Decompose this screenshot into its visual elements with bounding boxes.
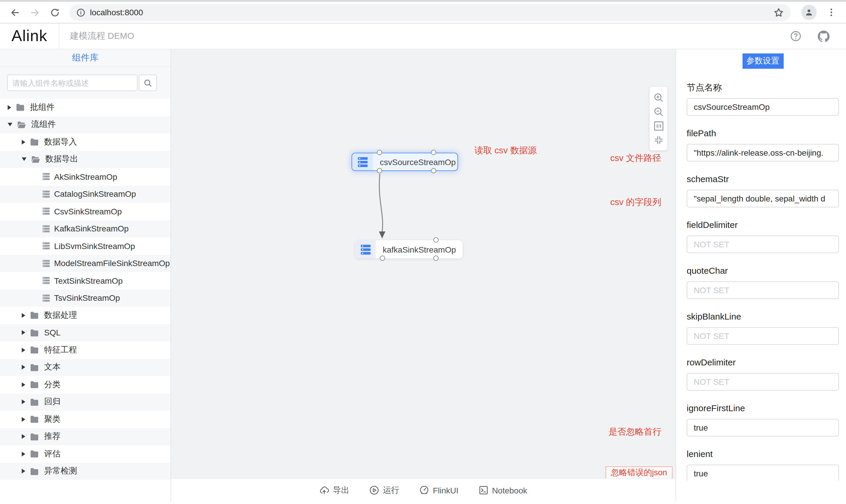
param-input[interactable]	[687, 144, 839, 162]
url-text[interactable]: localhost:8000	[90, 7, 774, 17]
param-input[interactable]	[687, 98, 839, 116]
tree-item[interactable]: LibSvmSinkStreamOp	[0, 237, 171, 255]
site-info-icon[interactable]	[76, 8, 85, 17]
tree-item[interactable]: 流组件	[0, 116, 171, 133]
tree-item-label: SQL	[44, 328, 61, 338]
browser-back-button[interactable]	[7, 5, 22, 20]
param-input[interactable]	[687, 465, 839, 481]
param-input[interactable]	[687, 327, 839, 345]
tree-item-label: 评估	[44, 449, 61, 460]
folder-icon	[30, 138, 39, 146]
bookmark-star-icon[interactable]	[774, 7, 784, 17]
search-button[interactable]	[139, 75, 157, 91]
fit-view-icon[interactable]	[652, 133, 665, 147]
annotation-schema: csv 的字段列	[610, 197, 661, 208]
tree-item[interactable]: 分类	[0, 376, 171, 393]
run-button[interactable]: 运行	[369, 485, 399, 496]
caret-icon[interactable]	[22, 365, 25, 370]
tree-item[interactable]: 数据处理	[0, 307, 171, 324]
tree-item[interactable]: ModelStreamFileSinkStreamOp	[0, 255, 171, 272]
caret-icon[interactable]	[22, 158, 27, 161]
folder-icon	[30, 381, 39, 389]
param-label: ignoreFirstLine	[687, 402, 839, 414]
tree-item[interactable]: KafkaSinkStreamOp	[0, 220, 171, 237]
tree-item[interactable]: 回归	[0, 393, 171, 411]
caret-icon[interactable]	[22, 434, 25, 439]
browser-profile-avatar[interactable]	[801, 5, 817, 20]
tree-item[interactable]: 特征工程	[0, 341, 171, 359]
tree-item[interactable]: 异常检测	[0, 463, 171, 480]
actual-size-icon[interactable]	[652, 119, 665, 133]
node-csv-source[interactable]: csvSourceStreamOp	[351, 153, 458, 171]
tree-item[interactable]: TextSinkStreamOp	[0, 272, 171, 289]
port[interactable]	[431, 168, 436, 173]
tree-item[interactable]: 聚类	[0, 411, 171, 428]
tree-item[interactable]: TsvSinkStreamOp	[0, 289, 171, 307]
component-search-input[interactable]	[7, 75, 138, 91]
tree-item[interactable]: 批组件	[0, 99, 171, 116]
flinkui-button[interactable]: FlinkUI	[419, 485, 459, 495]
port[interactable]	[433, 237, 438, 242]
tree-item[interactable]: 推荐	[0, 428, 171, 445]
port[interactable]	[433, 255, 438, 261]
component-icon	[42, 225, 50, 233]
edge-csv-to-kafka	[171, 49, 675, 502]
folder-icon	[30, 468, 39, 475]
tree-item[interactable]: 评估	[0, 445, 171, 463]
browser-reload-button[interactable]	[47, 5, 62, 20]
caret-icon[interactable]	[22, 330, 25, 335]
param-field: 节点名称	[687, 82, 839, 116]
flinkui-label: FlinkUI	[433, 486, 459, 495]
param-input[interactable]	[687, 419, 839, 436]
param-input[interactable]	[687, 373, 839, 391]
github-icon[interactable]	[818, 30, 830, 42]
param-field: lenient	[687, 448, 839, 481]
zoom-out-icon[interactable]	[652, 105, 665, 119]
tree-item-label: 文本	[44, 362, 61, 373]
node-kafka-sink[interactable]: kafkaSinkStreamOp	[355, 240, 463, 258]
component-tree: 批组件 流组件 数据导入	[0, 99, 171, 480]
tree-item[interactable]: SQL	[0, 324, 171, 341]
annotation-ignore-first: 是否忽略首行	[608, 427, 661, 438]
browser-forward-button[interactable]	[27, 5, 42, 20]
caret-icon[interactable]	[22, 140, 25, 144]
zoom-in-icon[interactable]	[652, 90, 665, 105]
caret-icon[interactable]	[22, 469, 25, 474]
param-input[interactable]	[687, 236, 839, 253]
sidebar-search-area	[0, 67, 171, 99]
browser-menu-icon[interactable]	[824, 5, 839, 20]
component-icon	[42, 259, 50, 267]
flow-canvas[interactable]: csvSourceStreamOp kafkaSinkStreamOp 读取 c…	[171, 49, 675, 502]
export-button[interactable]: 导出	[320, 485, 349, 496]
folder-icon	[30, 416, 39, 423]
port[interactable]	[377, 168, 382, 173]
caret-icon[interactable]	[22, 382, 25, 387]
tree-item[interactable]: AkSinkStreamOp	[0, 168, 171, 185]
tree-item-label: TextSinkStreamOp	[54, 276, 123, 286]
url-bar[interactable]: localhost:8000	[69, 4, 791, 21]
param-input[interactable]	[687, 190, 839, 208]
node-label: kafkaSinkStreamOp	[376, 245, 456, 254]
app-header: Alink 建模流程 DEMO	[0, 23, 846, 49]
help-icon[interactable]	[790, 31, 801, 42]
caret-icon[interactable]	[22, 348, 25, 353]
tree-item[interactable]: 数据导入	[0, 133, 171, 151]
caret-icon[interactable]	[7, 123, 12, 127]
caret-icon[interactable]	[22, 313, 25, 318]
caret-icon[interactable]	[22, 452, 25, 456]
param-input[interactable]	[687, 281, 839, 299]
folder-icon	[30, 450, 39, 458]
tree-item[interactable]: 数据导出	[0, 151, 171, 168]
port[interactable]	[431, 150, 436, 155]
notebook-button[interactable]: Notebook	[479, 485, 528, 495]
caret-icon[interactable]	[22, 400, 25, 404]
port[interactable]	[377, 150, 382, 155]
page-title: 建模流程 DEMO	[70, 31, 790, 42]
caret-icon[interactable]	[7, 105, 11, 110]
run-label: 运行	[383, 485, 399, 496]
port[interactable]	[380, 255, 385, 261]
caret-icon[interactable]	[22, 417, 25, 422]
tree-item[interactable]: 文本	[0, 359, 171, 376]
tree-item[interactable]: CsvSinkStreamOp	[0, 203, 171, 220]
tree-item[interactable]: CatalogSinkStreamOp	[0, 185, 171, 203]
